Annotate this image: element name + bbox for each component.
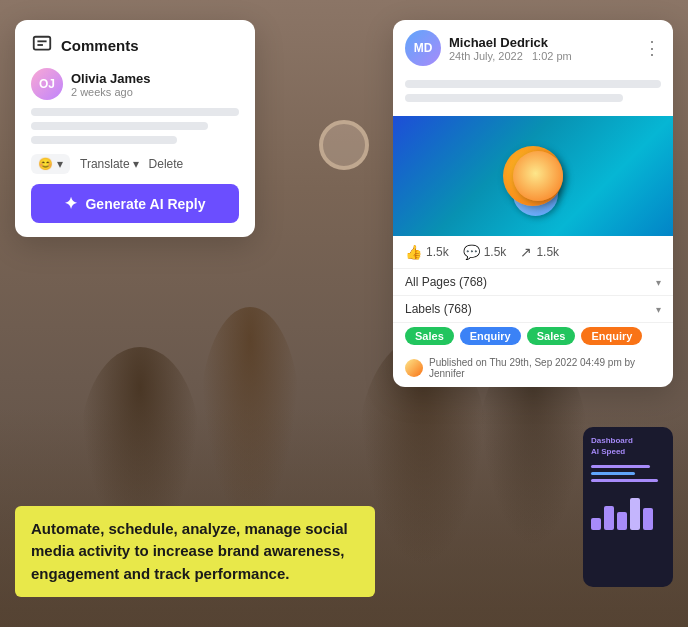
action-row: 😊 ▾ Translate ▾ Delete	[31, 154, 239, 174]
tag-sales-2[interactable]: Sales	[527, 327, 576, 345]
translate-button[interactable]: Translate ▾	[80, 157, 139, 171]
chevron-down-icon-2: ▾	[656, 304, 661, 315]
bar-3	[591, 479, 658, 482]
comment-text-lines	[31, 108, 239, 144]
text-line-3	[31, 136, 177, 144]
social-user-avatar: MD	[405, 30, 441, 66]
shares-stat: ↗ 1.5k	[520, 244, 559, 260]
tags-row: Sales Enquiry Sales Enquiry	[393, 323, 673, 353]
all-pages-dropdown[interactable]: All Pages (768) ▾	[393, 269, 673, 296]
like-icon: 👍	[405, 244, 422, 260]
bar-1	[591, 465, 650, 468]
svg-rect-0	[34, 37, 51, 50]
comments-stat: 💬 1.5k	[463, 244, 507, 260]
sparkle-icon: ✦	[64, 194, 77, 213]
likes-stat: 👍 1.5k	[405, 244, 449, 260]
chart-bar-2	[604, 506, 614, 530]
bottom-text: Automate, schedule, analyze, manage soci…	[31, 518, 359, 586]
post-line-2	[405, 94, 623, 102]
social-post-time: 24th July, 2022 1:02 pm	[449, 50, 572, 62]
labels-dropdown[interactable]: Labels (768) ▾	[393, 296, 673, 323]
comment-icon: 💬	[463, 244, 480, 260]
text-line-2	[31, 122, 208, 130]
chart-bar-4	[630, 498, 640, 530]
text-line-1	[31, 108, 239, 116]
comments-title: Comments	[61, 37, 139, 54]
published-row: Published on Thu 29th, Sep 2022 04:49 pm…	[393, 353, 673, 387]
post-text-lines	[393, 76, 673, 116]
orange-half-decoration	[513, 151, 563, 201]
generate-ai-reply-button[interactable]: ✦ Generate AI Reply	[31, 184, 239, 223]
user-avatar: OJ	[31, 68, 63, 100]
comments-icon	[31, 34, 53, 56]
tag-enquiry-1[interactable]: Enquiry	[460, 327, 521, 345]
user-time: 2 weeks ago	[71, 86, 151, 98]
post-stats: 👍 1.5k 💬 1.5k ↗ 1.5k	[393, 236, 673, 269]
social-post-card: MD Michael Dedrick 24th July, 2022 1:02 …	[393, 20, 673, 387]
tag-enquiry-2[interactable]: Enquiry	[581, 327, 642, 345]
dark-card-title: DashboardAl Speed	[591, 435, 665, 457]
social-card-header: MD Michael Dedrick 24th July, 2022 1:02 …	[393, 20, 673, 76]
chart-bar-5	[643, 508, 653, 530]
social-user-name: Michael Dedrick	[449, 35, 572, 50]
bottom-text-box: Automate, schedule, analyze, manage soci…	[15, 506, 375, 598]
post-line-1	[405, 80, 661, 88]
tag-sales-1[interactable]: Sales	[405, 327, 454, 345]
more-options-button[interactable]: ⋮	[643, 37, 661, 59]
emoji-button[interactable]: 😊 ▾	[31, 154, 70, 174]
chart-bar-3	[617, 512, 627, 530]
chart-bar-1	[591, 518, 601, 530]
post-image	[393, 116, 673, 236]
bar-2	[591, 472, 635, 475]
comments-header: Comments	[31, 34, 239, 56]
user-row: OJ Olivia James 2 weeks ago	[31, 68, 239, 100]
chevron-down-icon: ▾	[656, 277, 661, 288]
user-name: Olivia James	[71, 71, 151, 86]
comments-card: Comments OJ Olivia James 2 weeks ago 😊 ▾…	[15, 20, 255, 237]
delete-button[interactable]: Delete	[149, 157, 184, 171]
share-icon: ↗	[520, 244, 532, 260]
published-text: Published on Thu 29th, Sep 2022 04:49 pm…	[429, 357, 661, 379]
dark-analytics-card: DashboardAl Speed	[583, 427, 673, 587]
publisher-avatar	[405, 359, 423, 377]
